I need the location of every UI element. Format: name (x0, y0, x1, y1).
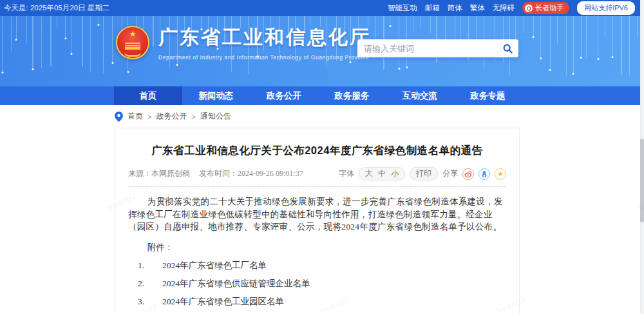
attachment-title: 2024年广东省绿色供应链管理企业名单 (162, 279, 310, 288)
toplink-traditional-chinese[interactable]: 繁体 (470, 3, 485, 13)
search-icon (503, 44, 513, 54)
site-subtitle: Department of Industry and Information T… (158, 54, 371, 61)
elder-helper-label: 长者助手 (535, 3, 564, 13)
article-meta: 来源：本网原创稿发布时间：2024-09-26 09:01:37 (128, 168, 303, 179)
publish-time-label: 发布时间： (199, 169, 238, 178)
emblem-gear-icon (124, 52, 141, 57)
nav-item-news[interactable]: 新闻动态 (182, 86, 251, 105)
toplink-smart-interaction[interactable]: 智能互动 (388, 3, 417, 13)
nav-item-interaction[interactable]: 互动交流 (386, 86, 454, 105)
toplink-simplified-chinese[interactable]: 简体 (448, 3, 462, 13)
breadcrumb-notices[interactable]: 通知公告 (200, 111, 231, 122)
toplink-mailbox[interactable]: 邮箱 (425, 3, 440, 13)
share-qq-button[interactable] (478, 168, 490, 180)
font-size-large[interactable]: 大 (365, 168, 373, 179)
attachments-label: 附件： (147, 242, 506, 253)
topbar: 今天是: 2025年05月20日 星期二 智能互动 邮箱 简体 繁体 无障碍 Q… (0, 0, 644, 16)
ipv6-badge[interactable]: 网站支持IPV6 (577, 1, 635, 15)
print-button[interactable]: 打印 (410, 167, 438, 181)
weibo-icon (464, 170, 472, 178)
current-date: 今天是: 2025年05月20日 星期二 (4, 3, 109, 13)
brand-text: 广东省工业和信息化厅 Department of Industry and In… (158, 25, 371, 61)
national-emblem-logo: ★ (116, 26, 149, 59)
breadcrumb-home[interactable]: 首页 (128, 111, 143, 122)
article-tools: 字体 大 中 小 打印 分享 (339, 167, 506, 181)
article-title: 广东省工业和信息化厅关于公布2024年度广东省绿色制造名单的通告 (128, 144, 506, 158)
font-size-small[interactable]: 小 (391, 168, 399, 179)
attachment-item-3[interactable]: 3.2024年广东省绿色工业园区名单 (138, 296, 506, 308)
page: 今天是: 2025年05月20日 星期二 智能互动 邮箱 简体 繁体 无障碍 Q… (0, 0, 644, 314)
location-pin-icon (115, 112, 123, 122)
site-banner: ★ 广东省工业和信息化厅 Department of Industry and … (0, 16, 644, 86)
breadcrumb-separator: > (147, 113, 151, 121)
publish-time-value: 2024-09-26 09:01:37 (238, 169, 303, 178)
font-size-switcher: 大 中 小 (359, 167, 405, 181)
site-brand[interactable]: ★ 广东省工业和信息化厅 Department of Industry and … (116, 25, 371, 61)
article-meta-row: 来源：本网原创稿发布时间：2024-09-26 09:01:37 字体 大 中 … (128, 167, 506, 181)
nav-item-home[interactable]: 首页 (114, 86, 182, 105)
meta-divider (128, 186, 506, 187)
attachment-item-1[interactable]: 1.2024年广东省绿色工厂名单 (138, 260, 506, 271)
star-icon: ★ (498, 170, 504, 177)
main-nav: 首页 新闻动态 政务公开 政务服务 互动交流 政务专题 (0, 86, 644, 105)
attachment-title: 2024年广东省绿色工业园区名单 (162, 297, 284, 306)
search-input[interactable] (357, 44, 503, 54)
share-label: 分享 (442, 168, 458, 179)
elder-helper-icon: Q (525, 5, 533, 12)
attachment-item-2[interactable]: 2.2024年广东省绿色供应链管理企业名单 (138, 278, 506, 289)
breadcrumb: 首页 > 政务公开 > 通知公告 (0, 105, 644, 128)
scrollbar-track[interactable] (640, 0, 644, 314)
article-paragraph: 为贯彻落实党的二十大关于推动绿色发展新要求，进一步完善广东省绿色制造体系建设，发… (128, 195, 506, 233)
qq-icon (480, 170, 488, 178)
nav-item-gov-services[interactable]: 政务服务 (318, 86, 386, 105)
attachment-title: 2024年广东省绿色工厂名单 (162, 260, 267, 270)
site-search (357, 39, 518, 57)
attachment-number: 2. (138, 279, 162, 289)
breadcrumb-separator: > (191, 113, 195, 121)
article-container: 广东省工业和信息化厅关于公布2024年度广东省绿色制造名单的通告 来源：本网原创… (115, 128, 520, 314)
breadcrumb-gov-disclosure[interactable]: 政务公开 (156, 111, 187, 122)
attachment-number: 3. (138, 297, 162, 307)
toplink-accessibility[interactable]: 无障碍 (493, 3, 515, 13)
font-size-label: 字体 (339, 168, 354, 179)
emblem-star-icon: ★ (129, 29, 137, 39)
attachment-number: 1. (138, 260, 162, 271)
nav-item-gov-disclosure[interactable]: 政务公开 (250, 86, 318, 105)
share-weibo-button[interactable] (462, 168, 474, 180)
site-title: 广东省工业和信息化厅 (158, 25, 371, 51)
nav-item-special-topics[interactable]: 政务专题 (454, 86, 522, 105)
scrollbar-thumb[interactable] (640, 139, 644, 222)
elder-helper-button[interactable]: Q 长者助手 (522, 2, 569, 14)
source-value: 本网原创稿 (151, 169, 190, 178)
favorite-star-button[interactable]: ★ (495, 168, 506, 180)
font-size-medium[interactable]: 中 (378, 168, 386, 179)
emblem-gate-icon (125, 43, 140, 50)
source-label: 来源： (128, 169, 151, 178)
nav-items: 首页 新闻动态 政务公开 政务服务 互动交流 政务专题 (114, 86, 522, 105)
topbar-links: 智能互动 邮箱 简体 繁体 无障碍 Q 长者助手 网站支持IPV6 (388, 1, 635, 15)
search-button[interactable] (503, 44, 518, 54)
